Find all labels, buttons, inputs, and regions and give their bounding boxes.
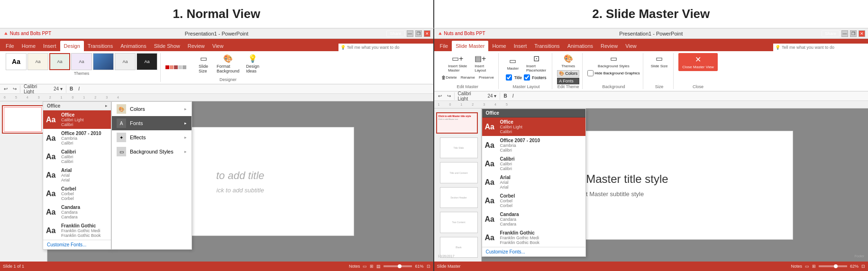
right-bold-btn[interactable]: B bbox=[502, 92, 509, 99]
right-layout-thumb-2[interactable]: Title and Content bbox=[440, 162, 478, 183]
right-insert-placeholder-btn[interactable]: ⊡ InsertPlaceholder bbox=[523, 53, 549, 73]
left-font-item-6[interactable]: Aa Franklin Gothic Franklin Gothic Medi … bbox=[43, 221, 111, 240]
left-theme-6[interactable]: Aa bbox=[115, 53, 136, 70]
right-close-master-btn[interactable]: ✕ Close Master View bbox=[678, 53, 718, 71]
right-font-size-btn[interactable]: 24 ▾ bbox=[486, 92, 499, 99]
left-tab-slideshow[interactable]: Slide Show bbox=[150, 41, 184, 51]
right-bg-styles-btn[interactable]: ▭ Background Styles bbox=[595, 53, 632, 69]
left-font-item-0[interactable]: Aa Office Calibri Light Calibri bbox=[43, 110, 111, 129]
left-format-bg-button[interactable]: 🎨 FormatBackground bbox=[214, 53, 242, 74]
left-theme-5[interactable] bbox=[93, 53, 114, 70]
left-view-grid-btn[interactable]: ⊞ bbox=[370, 264, 374, 269]
right-master-thumb[interactable]: Click to edit Master title style Click t… bbox=[436, 112, 478, 134]
right-tab-review[interactable]: Review bbox=[597, 41, 621, 51]
left-zoom-slider[interactable] bbox=[384, 265, 412, 267]
right-colors-btn[interactable]: 🎨 Colors bbox=[557, 70, 579, 77]
left-tab-review[interactable]: Review bbox=[184, 41, 209, 51]
left-font-item-5[interactable]: Aa Candara Candara Candara bbox=[43, 203, 111, 221]
right-undo-btn[interactable]: ↩ bbox=[436, 92, 444, 99]
left-slide-subtitle-placeholder[interactable]: ick to add subtitle bbox=[217, 187, 264, 194]
left-theme-3[interactable]: Aa bbox=[49, 53, 70, 70]
right-customize-fonts[interactable]: Customize Fonts... bbox=[482, 247, 585, 256]
right-font-item-0[interactable]: Aa Office Calibri Light Calibri bbox=[482, 117, 585, 136]
left-slide-size-button[interactable]: ▭ SlideSize bbox=[194, 53, 213, 74]
left-tab-transitions[interactable]: Transitions bbox=[84, 41, 117, 51]
left-theme-4[interactable]: Aa bbox=[71, 53, 92, 70]
right-preserve-btn[interactable]: Preserve bbox=[477, 74, 495, 81]
left-submenu-effects[interactable]: ✦ Effects ▸ bbox=[112, 130, 192, 145]
left-theme-7[interactable]: Aa bbox=[137, 53, 157, 70]
left-notes-btn[interactable]: Notes bbox=[349, 264, 360, 269]
left-tab-home[interactable]: Home bbox=[18, 41, 39, 51]
left-submenu-bg[interactable]: ▭ Background Styles ▸ bbox=[112, 145, 192, 159]
right-themes-btn[interactable]: 🎨 Themes bbox=[558, 53, 578, 69]
left-fit-btn[interactable]: ⊡ bbox=[427, 264, 430, 269]
right-footers-checkbox[interactable] bbox=[524, 74, 530, 81]
right-layout-thumb-4[interactable]: Two Content bbox=[440, 212, 478, 233]
left-tab-animations[interactable]: Animations bbox=[117, 41, 150, 51]
left-theme-2[interactable]: Aa bbox=[27, 53, 48, 70]
left-font-item-4[interactable]: Aa Corbel Corbel Corbel bbox=[43, 184, 111, 203]
right-layout-thumb-3[interactable]: Section Header bbox=[440, 187, 478, 208]
left-bold-btn[interactable]: B bbox=[68, 85, 75, 92]
left-search-box[interactable]: 💡 bbox=[338, 44, 433, 51]
left-submenu-fonts[interactable]: A Fonts ▸ bbox=[112, 116, 192, 130]
left-tab-insert[interactable]: Insert bbox=[39, 41, 60, 51]
right-font-item-6[interactable]: Aa Franklin Gothic Franklin Gothic Medi … bbox=[482, 228, 585, 247]
left-font-item-2[interactable]: Aa Calibri Calibri Calibri bbox=[43, 147, 111, 166]
right-insert-layout-btn[interactable]: ▤+ InsertLayout bbox=[471, 53, 490, 73]
right-fonts-btn[interactable]: A Fonts bbox=[557, 78, 579, 84]
left-font-item-1[interactable]: Aa Office 2007 - 2010 Cambria Calibri bbox=[43, 129, 111, 147]
right-insert-slide-master-btn[interactable]: ▭+ Insert SlideMaster bbox=[445, 53, 470, 73]
right-font-item-2[interactable]: Aa Calibri Calibri Calibri bbox=[482, 154, 585, 173]
right-tab-transitions[interactable]: Transitions bbox=[530, 41, 563, 51]
left-italic-btn[interactable]: I bbox=[76, 85, 82, 92]
right-tab-home[interactable]: Home bbox=[488, 41, 510, 51]
left-view-normal-btn[interactable]: ▭ bbox=[363, 264, 367, 269]
left-view-slide-btn[interactable]: ▤ bbox=[376, 264, 381, 269]
left-dropdown-collapse[interactable]: ▸ bbox=[105, 104, 107, 108]
left-design-ideas-button[interactable]: 💡 DesignIdeas bbox=[243, 53, 262, 74]
right-font-item-1[interactable]: Aa Office 2007 - 2010 Cambria Calibri bbox=[482, 136, 585, 154]
right-italic-btn[interactable]: I bbox=[511, 92, 516, 99]
right-slide-size-btn[interactable]: ▭ Slide Size bbox=[648, 53, 671, 69]
left-customize-fonts[interactable]: Customize Fonts... bbox=[43, 240, 111, 249]
right-tab-animations[interactable]: Animations bbox=[564, 41, 597, 51]
right-view-grid-btn[interactable]: ⊞ bbox=[812, 264, 816, 269]
left-tab-view[interactable]: View bbox=[209, 41, 228, 51]
left-slide-title-placeholder[interactable]: to add title bbox=[216, 170, 265, 182]
right-close-button[interactable]: ✕ bbox=[859, 30, 865, 37]
left-minimize-button[interactable]: — bbox=[407, 30, 413, 37]
right-font-item-4[interactable]: Aa Corbel Corbel Corbel bbox=[482, 191, 585, 210]
right-fit-btn[interactable]: ⊡ bbox=[861, 264, 865, 269]
right-font-item-3[interactable]: Aa Arial Arial Arial bbox=[482, 173, 585, 191]
left-font-size-btn[interactable]: 24 ▾ bbox=[52, 85, 64, 92]
right-redo-btn[interactable]: ↪ bbox=[445, 92, 453, 99]
left-tab-design[interactable]: Design bbox=[60, 41, 84, 51]
right-minimize-button[interactable]: — bbox=[841, 30, 848, 37]
right-zoom-slider[interactable] bbox=[819, 265, 847, 267]
left-slide-thumb-1[interactable] bbox=[2, 105, 44, 134]
left-font-item-3[interactable]: Aa Arial Arial Arial bbox=[43, 166, 111, 184]
left-tab-file[interactable]: File bbox=[2, 41, 18, 51]
left-redo-btn[interactable]: ↪ bbox=[11, 85, 18, 92]
right-notes-btn[interactable]: Notes bbox=[791, 264, 802, 269]
left-undo-btn[interactable]: ↩ bbox=[2, 85, 9, 92]
right-font-item-5[interactable]: Aa Candara Candara Candara bbox=[482, 210, 585, 228]
right-share-button[interactable]: Share bbox=[822, 30, 840, 37]
right-hide-bg-checkbox[interactable] bbox=[587, 70, 594, 76]
right-delete-btn[interactable]: 🗑 Delete bbox=[440, 74, 458, 81]
right-restore-button[interactable]: ❐ bbox=[850, 30, 857, 37]
right-tab-view[interactable]: View bbox=[621, 41, 640, 51]
left-share-button[interactable]: Share bbox=[386, 30, 404, 37]
left-restore-button[interactable]: ❐ bbox=[415, 30, 422, 37]
right-view-normal-btn[interactable]: ▭ bbox=[805, 264, 809, 269]
left-theme-office[interactable]: Aa bbox=[6, 53, 27, 70]
right-tab-file[interactable]: File bbox=[436, 41, 452, 51]
right-title-checkbox[interactable] bbox=[506, 74, 512, 81]
left-close-button[interactable]: ✕ bbox=[424, 30, 430, 37]
right-search-input[interactable] bbox=[782, 45, 866, 50]
right-tab-insert[interactable]: Insert bbox=[510, 41, 531, 51]
left-search-input[interactable] bbox=[347, 45, 431, 50]
left-font-name-btn[interactable]: Calibri Light bbox=[22, 83, 50, 95]
